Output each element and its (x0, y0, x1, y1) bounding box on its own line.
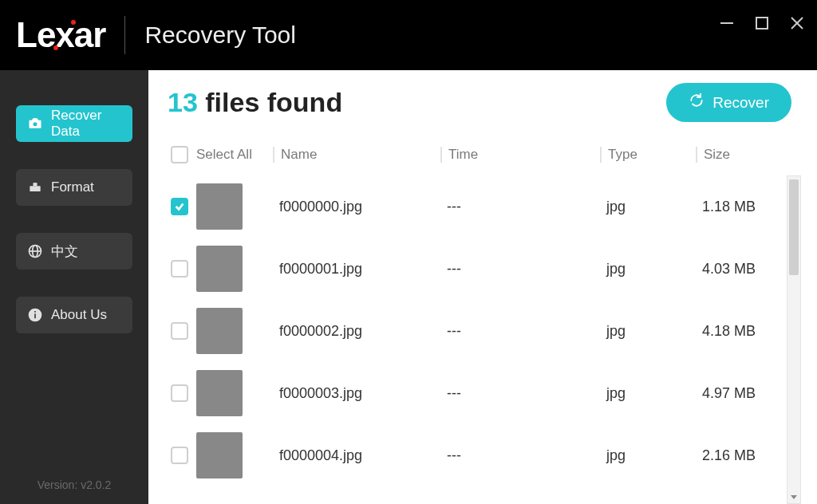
file-time: --- (440, 261, 600, 278)
sidebar-item-label: Recover Data (51, 108, 121, 140)
file-thumbnail[interactable] (196, 308, 243, 354)
found-title: 13 files found (168, 87, 342, 118)
sidebar-item-label: 中文 (51, 242, 78, 261)
file-name: f0000004.jpg (273, 447, 440, 464)
table-row[interactable]: f0000003.jpg---jpg4.97 MB (168, 362, 783, 424)
svg-rect-12 (34, 311, 36, 313)
file-size: 2.16 MB (696, 447, 780, 464)
camera-refresh-icon (27, 116, 43, 132)
window-controls (718, 14, 806, 32)
svg-marker-13 (791, 495, 797, 499)
found-count: 13 (168, 87, 198, 117)
sidebar-item-language[interactable]: 中文 (16, 233, 132, 270)
sidebar-item-label: About Us (51, 307, 107, 323)
file-time: --- (440, 323, 600, 340)
brand-text-x: x (55, 15, 73, 55)
column-time[interactable]: Time (440, 147, 600, 163)
svg-rect-1 (756, 18, 768, 29)
info-icon (27, 307, 43, 323)
column-size[interactable]: Size (696, 147, 798, 163)
app-title: Recovery Tool (144, 22, 296, 49)
recover-button-label: Recover (712, 94, 769, 112)
main-panel: 13 files found Recover Select All Name T… (148, 70, 817, 504)
column-name[interactable]: Name (273, 147, 440, 163)
file-time: --- (440, 385, 600, 402)
row-checkbox[interactable] (171, 260, 188, 278)
file-size: 4.03 MB (696, 261, 780, 278)
table-header: Select All Name Time Type Size (168, 141, 801, 175)
brand-logo: Lexar (16, 15, 105, 55)
scrollbar[interactable] (787, 175, 801, 504)
file-list: f0000000.jpg---jpg1.18 MBf0000001.jpg---… (168, 175, 783, 504)
table-row[interactable]: f0000004.jpg---jpg2.16 MB (168, 424, 783, 486)
table-row[interactable]: f0000001.jpg---jpg4.03 MB (168, 238, 783, 300)
main-header: 13 files found Recover (168, 83, 801, 122)
file-type: jpg (600, 385, 696, 402)
file-size: 4.97 MB (696, 385, 780, 402)
close-icon[interactable] (788, 14, 806, 32)
scroll-down-icon[interactable] (787, 490, 800, 503)
table-row[interactable]: f0000000.jpg---jpg1.18 MB (168, 175, 783, 238)
title-bar: Lexar Recovery Tool (0, 0, 817, 70)
file-time: --- (440, 447, 600, 464)
recover-button[interactable]: Recover (666, 83, 791, 122)
column-select-all[interactable]: Select All (196, 147, 273, 163)
file-name: f0000001.jpg (273, 261, 440, 278)
file-thumbnail[interactable] (196, 246, 243, 292)
globe-icon (27, 243, 43, 259)
sidebar: Recover Data Format 中文 About Us Version:… (0, 70, 148, 504)
row-checkbox[interactable] (171, 322, 188, 340)
svg-rect-11 (34, 313, 36, 318)
column-type[interactable]: Type (600, 147, 696, 163)
drive-icon (27, 179, 43, 195)
scrollbar-thumb[interactable] (789, 179, 799, 275)
minimize-icon[interactable] (718, 14, 736, 32)
file-name: f0000000.jpg (273, 199, 440, 215)
refresh-icon (689, 93, 705, 112)
file-thumbnail[interactable] (196, 370, 243, 416)
sidebar-item-format[interactable]: Format (16, 169, 132, 206)
found-suffix: files found (205, 87, 342, 117)
sidebar-item-about-us[interactable]: About Us (16, 297, 132, 333)
file-type: jpg (600, 447, 696, 464)
title-divider (124, 16, 125, 54)
row-checkbox[interactable] (171, 447, 188, 464)
select-all-checkbox[interactable] (171, 146, 188, 163)
version-label: Version: v2.0.2 (0, 478, 148, 491)
file-thumbnail[interactable] (196, 432, 243, 478)
file-list-wrap: f0000000.jpg---jpg1.18 MBf0000001.jpg---… (168, 175, 801, 504)
sidebar-item-recover-data[interactable]: Recover Data (16, 105, 132, 142)
svg-rect-6 (34, 183, 37, 186)
file-time: --- (440, 199, 600, 215)
sidebar-item-label: Format (51, 179, 94, 195)
file-type: jpg (600, 261, 696, 278)
file-size: 4.18 MB (696, 323, 780, 340)
row-checkbox[interactable] (171, 384, 188, 402)
maximize-icon[interactable] (753, 14, 771, 32)
svg-rect-5 (30, 186, 40, 191)
row-checkbox[interactable] (171, 198, 188, 215)
file-type: jpg (600, 323, 696, 340)
svg-point-4 (34, 122, 37, 126)
brand-text-2: ar (74, 15, 106, 55)
brand-text-1: Le (16, 15, 55, 55)
file-size: 1.18 MB (696, 199, 780, 215)
file-name: f0000003.jpg (273, 385, 440, 402)
file-name: f0000002.jpg (273, 323, 440, 340)
file-type: jpg (600, 199, 696, 215)
file-thumbnail[interactable] (196, 183, 243, 230)
table-row[interactable]: f0000002.jpg---jpg4.18 MB (168, 300, 783, 362)
